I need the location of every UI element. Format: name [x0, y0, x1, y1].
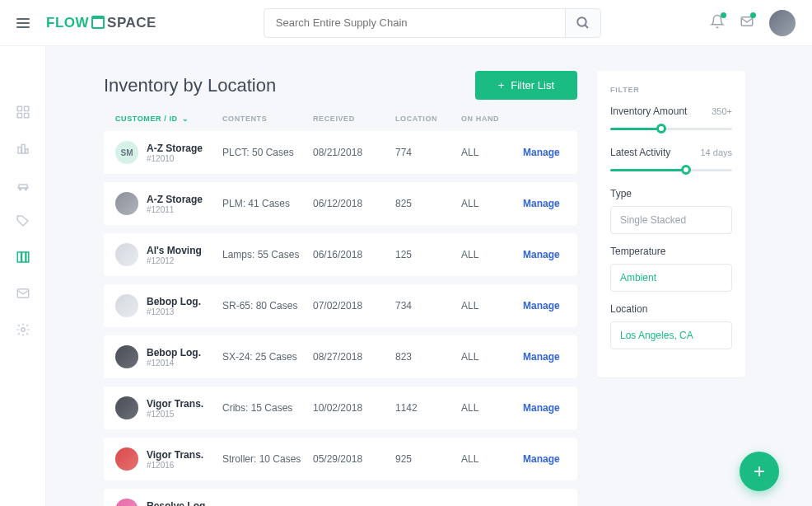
manage-link[interactable]: Manage [523, 351, 589, 363]
filter-activity-value: 14 days [700, 148, 732, 157]
filter-type-select[interactable]: Single Stacked [610, 206, 732, 234]
table-row[interactable]: A-Z Storage #12011 PLM: 41 Cases 06/12/2… [104, 182, 577, 225]
customer-name: Resolve Log. [147, 500, 208, 507]
filter-panel: FILTER Inventory Amount 350+ Latest Acti… [597, 71, 745, 377]
filter-temp-label: Temperature [610, 246, 732, 257]
table-row[interactable]: Al's Moving #12012 Lamps: 55 Cases 06/16… [104, 233, 577, 276]
filter-location-select[interactable]: Los Angeles, CA [610, 321, 732, 349]
customer-name: Vigor Trans. [147, 449, 203, 461]
buildings-icon [16, 141, 30, 156]
search-button[interactable] [565, 8, 601, 38]
topbar: FLOW SPACE [0, 0, 812, 46]
inventory-icon [16, 250, 30, 265]
slider-thumb[interactable] [681, 165, 691, 175]
customer-id: #12014 [147, 358, 201, 368]
slider-fill [610, 169, 686, 171]
location-cell: 825 [395, 198, 461, 209]
customer-id: #12015 [147, 410, 203, 419]
svg-rect-12 [17, 252, 21, 262]
grid-icon [16, 105, 30, 119]
filter-temperature: Temperature Ambient [610, 246, 732, 292]
manage-link[interactable]: Manage [523, 402, 589, 414]
messages-button[interactable] [740, 14, 754, 32]
notifications-button[interactable] [710, 14, 725, 32]
svg-rect-6 [24, 114, 28, 118]
svg-rect-7 [18, 148, 21, 154]
svg-rect-4 [24, 106, 28, 110]
onhand-cell: ALL [461, 351, 523, 363]
menu-icon[interactable] [16, 18, 30, 28]
manage-link[interactable]: Manage [523, 453, 589, 465]
filter-list-label: Filter List [511, 79, 554, 91]
table-row[interactable]: Vigor Trans. #12015 Cribs: 15 Cases 10/0… [104, 387, 577, 429]
col-location[interactable]: LOCATION [395, 115, 461, 123]
onhand-cell: ALL [461, 453, 523, 465]
logo-part2: SPACE [107, 15, 156, 31]
main: Inventory by Location + Filter List CUST… [46, 46, 812, 506]
nav-inventory[interactable] [15, 249, 31, 265]
customer-id: #12013 [147, 307, 201, 316]
topbar-right [710, 10, 796, 36]
contents-cell: Stroller: 10 Cases [222, 453, 313, 465]
user-avatar[interactable] [769, 10, 796, 36]
customer-cell: Vigor Trans. #12015 [115, 396, 222, 419]
col-onhand[interactable]: ON HAND [461, 115, 523, 123]
table-row[interactable]: Resolve Log. #12017 Socks: 50 cases 03/0… [104, 489, 577, 506]
customer-name: Bebop Log. [147, 296, 201, 307]
received-cell: 06/16/2018 [313, 249, 395, 260]
manage-link[interactable]: Manage [523, 147, 589, 158]
manage-link[interactable]: Manage [523, 198, 589, 209]
row-avatar [115, 192, 138, 215]
svg-point-10 [19, 189, 21, 190]
customer-cell: SM A-Z Storage #12010 [115, 141, 222, 164]
manage-link[interactable]: Manage [523, 249, 589, 260]
nav-dashboard[interactable] [15, 104, 31, 120]
received-cell: 08/27/2018 [313, 351, 395, 363]
plus-icon: + [754, 460, 765, 483]
search-input[interactable] [264, 8, 565, 38]
customer-id: #12011 [147, 205, 203, 214]
received-cell: 10/02/2018 [313, 402, 395, 414]
filter-location: Location Los Angeles, CA [610, 303, 732, 349]
col-customer[interactable]: CUSTOMER / ID⌄ [115, 115, 222, 123]
svg-point-0 [577, 17, 586, 26]
filter-type-label: Type [610, 188, 732, 199]
logo[interactable]: FLOW SPACE [46, 15, 156, 31]
received-cell: 07/02/2018 [313, 300, 395, 312]
table-row[interactable]: Bebop Log. #12013 SR-65: 80 Cases 07/02/… [104, 284, 577, 327]
onhand-cell: ALL [461, 198, 523, 209]
contents-cell: SR-65: 80 Cases [222, 300, 313, 312]
nav-mail[interactable] [15, 285, 31, 302]
table-row[interactable]: SM A-Z Storage #12010 PLCT: 50 Cases 08/… [104, 131, 577, 174]
location-cell: 734 [395, 300, 461, 312]
table-section: Inventory by Location + Filter List CUST… [104, 71, 577, 506]
nav-settings[interactable] [15, 321, 31, 338]
customer-id: #12010 [147, 154, 203, 163]
row-avatar [115, 345, 138, 368]
filter-list-button[interactable]: + Filter List [475, 71, 577, 100]
row-avatar [115, 447, 138, 471]
contents-cell: Cribs: 15 Cases [222, 402, 313, 414]
customer-cell: Vigor Trans. #12016 [115, 447, 222, 471]
inventory-slider[interactable] [610, 122, 732, 135]
col-action [523, 115, 589, 123]
table-header: CUSTOMER / ID⌄ CONTENTS RECEIVED LOCATIO… [104, 115, 577, 131]
slider-thumb[interactable] [656, 124, 666, 134]
nav-warehouses[interactable] [15, 140, 31, 157]
add-fab[interactable]: + [740, 452, 779, 491]
col-received[interactable]: RECEIVED [313, 115, 395, 123]
table-row[interactable]: Vigor Trans. #12016 Stroller: 10 Cases 0… [104, 438, 577, 480]
filter-temp-select[interactable]: Ambient [610, 264, 732, 292]
col-contents[interactable]: CONTENTS [222, 115, 313, 123]
notification-dot [721, 12, 726, 18]
sidebar [0, 46, 46, 506]
nav-tags[interactable] [15, 213, 31, 229]
table-row[interactable]: Bebop Log. #12014 SX-24: 25 Cases 08/27/… [104, 335, 577, 378]
row-avatar [115, 499, 138, 506]
location-cell: 925 [395, 453, 461, 465]
nav-fleet[interactable] [15, 176, 31, 193]
customer-cell: Bebop Log. #12014 [115, 345, 222, 368]
activity-slider[interactable] [610, 163, 732, 176]
car-icon [15, 176, 31, 193]
manage-link[interactable]: Manage [523, 300, 589, 312]
